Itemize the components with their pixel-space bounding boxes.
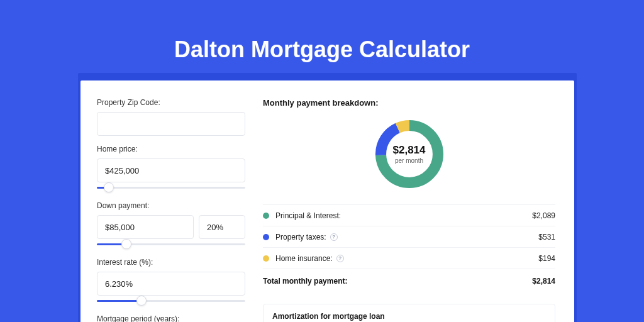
- down-payment-slider[interactable]: [97, 240, 245, 249]
- amortization-heading: Amortization for mortgage loan: [272, 312, 546, 321]
- interest-input[interactable]: [97, 272, 245, 296]
- legend-value: $531: [538, 233, 555, 242]
- info-icon[interactable]: ?: [336, 255, 344, 262]
- donut-value: $2,814: [393, 144, 426, 157]
- legend-label: Home insurance:?: [275, 254, 344, 263]
- down-payment-pct-input[interactable]: [199, 215, 245, 239]
- breakdown-column: Monthly payment breakdown: $2,814 per mo…: [263, 98, 555, 322]
- donut-sub: per month: [395, 157, 423, 164]
- home-price-input[interactable]: [97, 158, 245, 182]
- zip-input[interactable]: [97, 112, 245, 136]
- legend-label: Property taxes:?: [275, 233, 338, 242]
- donut-chart: $2,814 per month: [372, 116, 447, 192]
- legend-dot: [263, 255, 269, 262]
- legend: Principal & Interest:$2,089Property taxe…: [263, 204, 555, 269]
- slider-thumb[interactable]: [121, 239, 131, 249]
- zip-label: Property Zip Code:: [97, 98, 245, 107]
- interest-slider[interactable]: [97, 297, 245, 306]
- page-title: Dalton Mortgage Calculator: [0, 0, 644, 63]
- legend-dot: [263, 234, 269, 240]
- home-price-slider[interactable]: [97, 184, 245, 192]
- legend-row-pi: Principal & Interest:$2,089: [263, 204, 555, 226]
- legend-value: $194: [538, 254, 555, 263]
- interest-label: Interest rate (%):: [97, 258, 245, 267]
- legend-label: Principal & Interest:: [275, 211, 341, 220]
- info-icon[interactable]: ?: [330, 233, 338, 241]
- slider-thumb[interactable]: [136, 296, 147, 306]
- down-payment-label: Down payment:: [97, 201, 245, 210]
- slider-thumb[interactable]: [104, 182, 114, 192]
- period-label: Mortgage period (years):: [97, 314, 245, 322]
- home-price-label: Home price:: [97, 145, 245, 153]
- amortization-section: Amortization for mortgage loan Amortizat…: [263, 304, 555, 322]
- legend-row-tax: Property taxes:?$531: [263, 226, 555, 247]
- legend-dot: [263, 213, 269, 219]
- down-payment-input[interactable]: [97, 215, 194, 239]
- legend-row-ins: Home insurance:?$194: [263, 247, 555, 269]
- form-column: Property Zip Code: Home price: Down paym…: [97, 98, 245, 322]
- total-label: Total monthly payment:: [263, 277, 347, 286]
- total-value: $2,814: [532, 277, 555, 286]
- legend-value: $2,089: [532, 211, 555, 220]
- calculator-card: Property Zip Code: Home price: Down paym…: [80, 80, 574, 322]
- breakdown-heading: Monthly payment breakdown:: [263, 98, 555, 108]
